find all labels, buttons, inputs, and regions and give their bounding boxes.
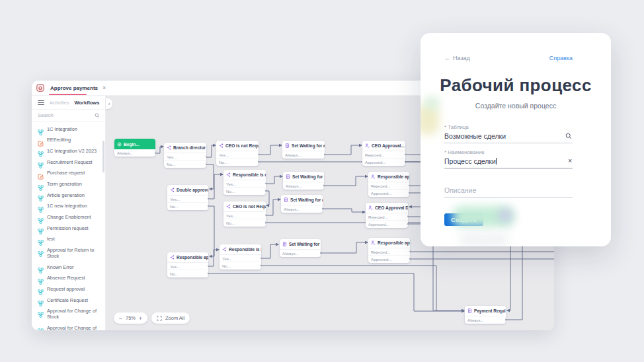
output-port[interactable] bbox=[407, 223, 409, 225]
sidebar-item[interactable]: 1C Integration bbox=[32, 124, 105, 135]
output-port[interactable] bbox=[405, 161, 406, 163]
output-port[interactable] bbox=[265, 214, 266, 217]
sidebar-item[interactable]: Change Enablement bbox=[32, 212, 105, 223]
output-port[interactable] bbox=[409, 192, 410, 194]
output-port[interactable] bbox=[206, 155, 207, 158]
output-port[interactable] bbox=[405, 153, 406, 156]
node-output-row[interactable]: No... bbox=[216, 159, 259, 166]
sidebar-item[interactable]: Absence Request bbox=[32, 273, 105, 284]
output-port[interactable] bbox=[258, 153, 259, 156]
output-port[interactable] bbox=[409, 184, 410, 187]
sidebar-item[interactable]: Recruitment Request bbox=[32, 157, 105, 168]
workflow-node[interactable]: Responsible is no...Yes...No... bbox=[220, 244, 261, 270]
node-output-row[interactable]: Yes... bbox=[223, 180, 266, 188]
workflow-node[interactable]: Set Waiting for a...Always... bbox=[282, 141, 325, 159]
node-output-row[interactable]: Always... bbox=[465, 316, 506, 324]
sidebar-item[interactable]: 1C Integration V2 2023 bbox=[32, 145, 105, 157]
help-link[interactable]: Справка bbox=[549, 55, 573, 61]
output-port[interactable] bbox=[505, 318, 506, 321]
node-output-row[interactable]: No... bbox=[223, 188, 266, 195]
node-output-row[interactable]: No... bbox=[164, 161, 206, 168]
node-output-row[interactable]: No... bbox=[220, 262, 261, 270]
output-port[interactable] bbox=[407, 215, 409, 218]
workflow-node[interactable]: CEO is not Reque...Yes...No... bbox=[223, 201, 266, 227]
clear-name-icon[interactable]: × bbox=[568, 158, 572, 164]
output-port[interactable] bbox=[155, 151, 156, 154]
workflow-node[interactable]: Responsible is no...Yes...No... bbox=[223, 170, 266, 195]
workflow-node[interactable]: Begin...Always... bbox=[114, 139, 155, 157]
sidebar-scrollbar[interactable] bbox=[102, 141, 104, 172]
node-output-row[interactable]: Yes... bbox=[216, 151, 259, 159]
sidebar-item[interactable]: Known Error bbox=[32, 262, 105, 273]
output-port[interactable] bbox=[265, 182, 266, 185]
node-output-row[interactable]: Yes... bbox=[220, 255, 261, 262]
node-output-row[interactable]: Always... bbox=[283, 182, 324, 190]
node-output-row[interactable]: Approved... bbox=[362, 159, 405, 166]
workflow-node[interactable]: Set Waiting for a...Always... bbox=[283, 172, 324, 190]
output-port[interactable] bbox=[409, 258, 411, 260]
node-output-row[interactable]: No... bbox=[167, 203, 208, 210]
workflow-node[interactable]: Double approve...Yes...No... bbox=[167, 185, 208, 210]
node-output-row[interactable]: Yes... bbox=[223, 212, 266, 219]
workflow-node[interactable]: Branch director a...Yes...No... bbox=[164, 143, 206, 168]
node-output-row[interactable]: Yes... bbox=[167, 196, 208, 203]
output-port[interactable] bbox=[323, 184, 325, 187]
zoom-out-button[interactable]: − bbox=[119, 315, 122, 322]
workflow-node[interactable]: CEO is not Reque...Yes...No... bbox=[216, 141, 259, 166]
workflow-node[interactable]: Set Waiting for a...Always... bbox=[280, 239, 321, 257]
menu-icon[interactable] bbox=[38, 100, 44, 105]
sidebar-item[interactable]: Approval for Change of Stock bbox=[32, 306, 105, 322]
sidebar-item[interactable]: Article generation bbox=[32, 190, 105, 201]
workflow-node[interactable]: CEO Approval...Rejected...Approved... bbox=[362, 141, 405, 166]
output-port[interactable] bbox=[409, 250, 411, 253]
node-output-row[interactable]: Always... bbox=[281, 205, 323, 213]
workflow-node[interactable]: CEO Approval Do...Rejected...Approved... bbox=[366, 203, 408, 228]
workflow-node[interactable]: Responsible appr...Yes...No... bbox=[167, 252, 208, 277]
sidebar-item[interactable]: Purchase request bbox=[32, 168, 105, 179]
tab-activities[interactable]: Activities bbox=[50, 100, 69, 106]
sidebar-item[interactable]: test bbox=[32, 234, 105, 245]
sidebar-item[interactable]: Certificate Request bbox=[32, 295, 105, 306]
node-output-row[interactable]: No... bbox=[223, 219, 266, 227]
sidebar-item[interactable]: 1C new integration bbox=[32, 201, 105, 212]
zoom-all-button[interactable]: Zoom All bbox=[151, 312, 190, 324]
node-output-row[interactable]: Approved... bbox=[366, 221, 408, 228]
node-output-row[interactable]: Approved... bbox=[368, 190, 409, 197]
node-output-row[interactable]: No... bbox=[167, 270, 208, 277]
table-search-icon[interactable] bbox=[565, 133, 572, 139]
workflow-node[interactable]: Payment Requi...Always... bbox=[465, 306, 506, 324]
node-output-row[interactable]: Always... bbox=[280, 250, 321, 257]
output-port[interactable] bbox=[320, 252, 321, 254]
sidebar-item[interactable]: Term generation bbox=[32, 178, 105, 190]
sidebar-item[interactable]: Approval for Return to Stock bbox=[32, 245, 105, 262]
node-output-row[interactable]: Always... bbox=[282, 151, 325, 159]
sidebar-item[interactable]: Permission request bbox=[32, 223, 105, 234]
back-link[interactable]: ← Назад bbox=[444, 55, 470, 61]
output-port[interactable] bbox=[324, 153, 325, 156]
name-input[interactable]: Процесс сделки × bbox=[444, 155, 573, 168]
output-port[interactable] bbox=[208, 198, 209, 200]
output-port[interactable] bbox=[322, 207, 323, 210]
sidebar-item[interactable]: Approval for Change of Responsible bbox=[32, 322, 105, 330]
output-port[interactable] bbox=[208, 272, 209, 275]
tab-close-icon[interactable]: × bbox=[102, 85, 106, 91]
output-port[interactable] bbox=[265, 221, 266, 224]
node-output-row[interactable]: Rejected... bbox=[368, 182, 409, 190]
node-output-row[interactable]: Always... bbox=[114, 149, 155, 157]
search-input[interactable]: Search bbox=[32, 109, 105, 122]
output-port[interactable] bbox=[265, 190, 266, 192]
node-output-row[interactable]: Rejected... bbox=[366, 213, 408, 221]
node-output-row[interactable]: Yes... bbox=[167, 263, 208, 270]
zoom-in-button[interactable]: + bbox=[139, 315, 142, 322]
node-output-row[interactable]: Rejected... bbox=[368, 248, 410, 256]
workflow-node[interactable]: Responsible appr...Rejected...Approved..… bbox=[368, 172, 409, 197]
node-output-row[interactable]: Approved... bbox=[368, 256, 410, 263]
tab-approve-payments[interactable]: Approve payments × bbox=[49, 81, 112, 95]
node-output-row[interactable]: Rejected... bbox=[362, 151, 405, 159]
output-port[interactable] bbox=[208, 265, 209, 268]
workflow-node[interactable]: Set Waiting for a...Always... bbox=[281, 195, 323, 213]
workflow-node[interactable]: Responsible appr...Rejected...Approved..… bbox=[368, 238, 410, 263]
node-output-row[interactable]: Yes... bbox=[164, 153, 206, 161]
output-port[interactable] bbox=[261, 257, 262, 260]
home-button[interactable] bbox=[32, 84, 49, 92]
